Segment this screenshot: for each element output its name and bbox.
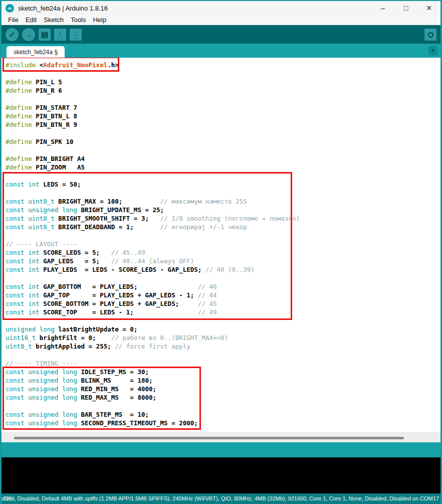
code-line: const uint8_t BRIGHT_MAX = 100; // макси…	[6, 197, 300, 206]
code-line: const unsigned long BRIGHT_UPDATE_MS = 2…	[6, 206, 300, 214]
code-line: #define PIN_ZOOM A5	[6, 163, 300, 172]
code-line: const int GAP_LEDS = 5; // 40..44 (alway…	[6, 257, 300, 265]
code-line	[6, 172, 300, 180]
code-line	[6, 316, 300, 325]
horizontal-scrollbar[interactable]	[2, 432, 440, 442]
code-line: const int LEDS = 50;	[6, 180, 300, 189]
code-line: const uint8_t BRIGHT_SMOOTH_SHIFT = 3; /…	[6, 214, 300, 223]
title-bar: ∞ sketch_feb24a | Arduino 1.8.16 – □ ✕	[2, 1, 440, 15]
code-line: uint16_t brightFilt = 0; // работи во 0.…	[6, 333, 300, 342]
maximize-button[interactable]: □	[394, 1, 417, 15]
menu-item-edit[interactable]: Edit	[22, 16, 40, 24]
code-line: const unsigned long BAR_STEP_MS = 10;	[6, 410, 300, 419]
check-icon: ✓	[9, 30, 16, 39]
status-strip	[2, 442, 440, 457]
window-controls: – □ ✕	[371, 1, 440, 15]
code-area[interactable]: #include <Adafruit_NeoPixel.h> #define P…	[6, 61, 300, 427]
code-line: const int PLAY_LEDS = LEDS - SCORE_LEDS …	[6, 265, 300, 274]
code-line: const unsigned long RED_MIN_MS = 4000;	[6, 385, 300, 393]
save-button[interactable]: ↓ ‥‥	[70, 29, 82, 41]
code-line: const unsigned long IDLE_STEP_MS = 30;	[6, 368, 300, 376]
code-line: #define PIN_BRIGHT A4	[6, 154, 300, 163]
menu-item-sketch[interactable]: Sketch	[40, 16, 67, 24]
code-line: const int SCORE_LEDS = 5; // 45..49	[6, 248, 300, 257]
new-sketch-button[interactable]: ▤	[39, 29, 51, 41]
code-line: uint8_t brightApplied = 255; // force fi…	[6, 342, 300, 351]
open-icon: ↑ ‥‥	[58, 30, 63, 39]
bottom-status-bar: abled, Disabled, Default 4MB with spiffs…	[2, 493, 440, 504]
code-line: #define PIN_BTN_L 8	[6, 112, 300, 120]
menu-item-help[interactable]: Help	[89, 16, 110, 24]
line-indicator: 725	[3, 495, 12, 501]
code-line: unsigned long lastBrightUpdate = 0;	[6, 325, 300, 333]
code-line: #define PIN_SPK 10	[6, 137, 300, 146]
minimize-button[interactable]: –	[371, 1, 394, 15]
tab-list-dropdown-button[interactable]: ▼	[428, 46, 437, 55]
code-editor[interactable]: #include <Adafruit_NeoPixel.h> #define P…	[2, 58, 440, 432]
code-line	[6, 402, 300, 410]
code-line	[6, 95, 300, 103]
scrollbar-thumb[interactable]	[14, 437, 404, 439]
board-info-text: abled, Disabled, Default 4MB with spiffs…	[2, 495, 439, 501]
tab-sketch-feb24a[interactable]: sketch_feb24a §	[7, 46, 65, 58]
code-line	[6, 69, 300, 78]
verify-button[interactable]: ✓	[6, 28, 19, 41]
code-line: const uint8_t BRIGHT_DEADBAND = 1; // иг…	[6, 223, 300, 231]
code-line: #include <Adafruit_NeoPixel.h>	[6, 61, 300, 69]
toolbar: ✓ → ▤ ↑ ‥‥ ↓ ‥‥	[2, 25, 440, 44]
tab-strip: sketch_feb24a § ▼	[2, 44, 440, 58]
code-line: #define PIN_R 6	[6, 86, 300, 95]
menu-item-tools[interactable]: Tools	[67, 16, 89, 24]
open-button[interactable]: ↑ ‥‥	[54, 29, 66, 41]
code-line: const unsigned long SECOND_PRESS_TIMEOUT…	[6, 419, 300, 427]
code-line: const int GAP_TOP = PLAY_LEDS + GAP_LEDS…	[6, 291, 300, 299]
code-line: // ---- TIMING ----	[6, 359, 300, 368]
magnifier-icon	[427, 32, 433, 38]
menu-bar: FileEditSketchToolsHelp	[2, 15, 440, 25]
console-output	[2, 457, 440, 493]
window-title: sketch_feb24a | Arduino 1.8.16	[18, 5, 108, 12]
code-line: #define PIN_L 5	[6, 78, 300, 86]
code-line: #define PIN_START 7	[6, 103, 300, 112]
code-line	[6, 351, 300, 359]
code-line	[6, 274, 300, 282]
menu-item-file[interactable]: File	[5, 16, 22, 24]
code-line: // ---- LAYOUT ----	[6, 240, 300, 248]
code-line	[6, 146, 300, 154]
right-arrow-icon: →	[25, 30, 33, 39]
code-line: const int GAP_BOTTOM = PLAY_LEDS; // 40	[6, 282, 300, 291]
close-button[interactable]: ✕	[417, 1, 440, 15]
serial-monitor-button[interactable]	[424, 29, 436, 41]
code-line	[6, 231, 300, 240]
code-line: const int SCORE_TOP = LEDS - 1; // 49	[6, 308, 300, 316]
code-line: const int SCORE_BOTTOM = PLAY_LEDS + GAP…	[6, 299, 300, 308]
code-line: const unsigned long RED_MAX_MS = 8000;	[6, 393, 300, 402]
code-line	[6, 129, 300, 137]
code-line	[6, 189, 300, 197]
document-icon: ▤	[41, 30, 48, 39]
code-line: #define PIN_BTN_R 9	[6, 120, 300, 129]
code-line: const unsigned long BLINK_MS = 180;	[6, 376, 300, 385]
arduino-ide-window: ∞ sketch_feb24a | Arduino 1.8.16 – □ ✕ F…	[0, 0, 442, 504]
arduino-logo-icon: ∞	[6, 4, 14, 13]
chevron-down-icon: ▼	[431, 48, 435, 53]
save-icon: ↓ ‥‥	[73, 30, 78, 39]
upload-button[interactable]: →	[22, 28, 35, 41]
